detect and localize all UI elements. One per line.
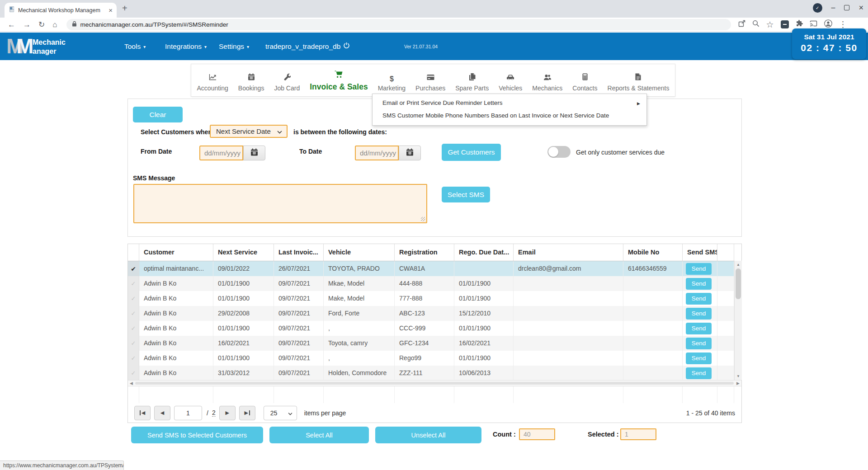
nav-item-mechanics[interactable]: Mechanics [530, 74, 565, 92]
nav-item-spare-parts[interactable]: Spare Parts [453, 73, 491, 92]
header-last-invoice[interactable]: Last Invoic... [274, 244, 324, 261]
send-sms-row-button[interactable]: Send [686, 367, 712, 379]
header-registration[interactable]: Registration [395, 244, 454, 261]
row-checkbox[interactable]: ✓ [128, 291, 139, 306]
last-page-button[interactable]: ▶ [239, 406, 255, 420]
power-icon[interactable] [343, 42, 350, 51]
header-mobile-no[interactable]: Mobile No [623, 244, 683, 261]
horizontal-scrollbar[interactable]: ◀ ▶ [128, 380, 741, 386]
send-sms-row-button[interactable]: Send [686, 323, 712, 334]
page-size-select[interactable]: 25 [264, 406, 297, 420]
table-row[interactable]: ✓ Adwin B Ko 16/02/2021 09/07/2021 Toyot… [128, 336, 734, 351]
nav-item-job-card[interactable]: Job Card [272, 73, 302, 92]
puzzle-extensions-icon[interactable] [796, 20, 803, 29]
scroll-right-icon[interactable]: ▶ [736, 381, 740, 386]
header-customer[interactable]: Customer [139, 244, 213, 261]
home-icon[interactable]: ⌂ [52, 21, 57, 28]
scroll-down-icon[interactable]: ▼ [735, 373, 742, 380]
cast-icon[interactable] [810, 20, 817, 28]
next-page-button[interactable]: ▶ [219, 406, 236, 420]
nav-item-bookings[interactable]: Bookings [236, 73, 267, 92]
send-sms-row-button[interactable]: Send [686, 293, 712, 305]
menu-integrations[interactable]: Integrations▾ [165, 33, 207, 60]
browser-tab[interactable]: Mechanical Workshop Managem × [5, 3, 117, 18]
selected-input[interactable] [620, 428, 656, 440]
row-checkbox[interactable]: ✓ [128, 276, 139, 291]
menu-settings[interactable]: Settings▾ [219, 33, 249, 60]
scrollbar-thumb[interactable] [135, 382, 734, 385]
select-all-button[interactable]: Select All [269, 427, 369, 443]
minimize-button[interactable]: – [831, 3, 835, 13]
from-date-input[interactable] [199, 146, 243, 160]
database-menu[interactable]: tradepro_v_tradepro_db [265, 33, 350, 60]
share-icon[interactable] [738, 20, 745, 29]
header-rego-due-date[interactable]: Rego. Due Dat... [454, 244, 514, 261]
nav-item-contacts[interactable]: Contacts [570, 73, 599, 92]
nav-item-invoice-sales[interactable]: Invoice & Sales [307, 70, 370, 92]
extension-icon[interactable]: ✓ [813, 3, 822, 13]
send-sms-row-button[interactable]: Send [686, 263, 712, 275]
row-checkbox[interactable]: ✔ [128, 261, 139, 276]
mechanic-manager-logo[interactable]: M M Mechanic anager [6, 34, 110, 59]
row-checkbox[interactable]: ✓ [128, 366, 139, 381]
resize-grip-icon[interactable] [421, 217, 425, 221]
maximize-button[interactable] [844, 5, 849, 10]
table-row[interactable]: ✔ optimal maintananc... 09/01/2022 26/07… [128, 261, 734, 276]
nav-item-vehicles[interactable]: Vehicles [496, 74, 524, 92]
forward-icon[interactable]: → [23, 21, 31, 28]
get-customers-button[interactable]: Get Customers [442, 144, 501, 161]
nav-item-reports-statements[interactable]: Reports & Statements [605, 73, 672, 92]
row-checkbox[interactable]: ✓ [128, 336, 139, 351]
tab-close-icon[interactable]: × [108, 6, 113, 14]
table-row[interactable]: ✓ Adwin B Ko 31/03/2012 09/07/2021 Holde… [128, 366, 734, 381]
row-checkbox[interactable]: ✓ [128, 306, 139, 321]
from-date-calendar-button[interactable] [243, 146, 265, 160]
send-sms-row-button[interactable]: Send [686, 352, 712, 364]
table-row[interactable]: ✓ Adwin B Ko 01/01/1900 09/07/2021 , CCC… [128, 321, 734, 336]
previous-page-button[interactable]: ◀ [154, 406, 170, 420]
vertical-scrollbar[interactable]: ▲ ▼ [734, 261, 742, 380]
to-date-calendar-button[interactable] [399, 146, 421, 160]
scrollbar-thumb[interactable] [736, 268, 741, 299]
to-date-input[interactable] [355, 146, 399, 160]
close-window-button[interactable]: × [859, 3, 863, 13]
zoom-icon[interactable] [752, 20, 760, 29]
address-bar[interactable]: mechanicmanager.com.au/TPSystem/#/SMSRem… [66, 19, 731, 30]
scroll-left-icon[interactable]: ◀ [130, 381, 133, 386]
row-checkbox[interactable]: ✓ [128, 321, 139, 336]
send-sms-to-selected-button[interactable]: Send SMS to Selected Customers [131, 427, 263, 443]
back-icon[interactable]: ← [8, 21, 15, 28]
row-checkbox[interactable]: ✓ [128, 351, 139, 366]
nav-item-purchases[interactable]: Purchases [413, 74, 448, 92]
table-row[interactable]: ✓ Adwin B Ko 01/01/1900 09/07/2021 Make,… [128, 291, 734, 306]
nav-item-marketing[interactable]: $ Marketing [376, 76, 408, 92]
send-sms-row-button[interactable]: Send [686, 338, 712, 349]
criteria-field-select[interactable]: Next Service Date [210, 125, 288, 138]
select-sms-button[interactable]: Select SMS [442, 187, 490, 202]
table-row[interactable]: ✓ Adwin B Ko 29/02/2008 09/07/2021 Ford,… [128, 306, 734, 321]
nav-item-accounting[interactable]: Accounting [195, 74, 231, 92]
table-row[interactable]: ✓ Adwin B Ko 01/01/1900 09/07/2021 , Reg… [128, 351, 734, 366]
scroll-up-icon[interactable]: ▲ [735, 261, 742, 268]
reload-icon[interactable]: ↻ [38, 21, 45, 28]
first-page-button[interactable]: ◀ [134, 406, 151, 420]
unselect-all-button[interactable]: Unselect All [375, 427, 481, 443]
header-next-service[interactable]: Next Service [213, 244, 274, 261]
browser-menu-icon[interactable]: ⋮ [839, 20, 847, 28]
menu-item-service-due-reminder-letters[interactable]: Email or Print Service Due Reminder Lett… [373, 97, 646, 109]
bookmark-star-icon[interactable]: ☆ [766, 20, 774, 29]
table-row[interactable]: ✓ Adwin B Ko 01/01/1900 09/07/2021 Mkae,… [128, 276, 734, 291]
profile-avatar-icon[interactable] [824, 19, 832, 29]
page-number-input[interactable] [174, 406, 202, 420]
services-due-toggle[interactable] [547, 146, 571, 158]
header-send-sms[interactable]: Send SMS ... [683, 244, 717, 261]
menu-tools[interactable]: Tools▾ [124, 33, 146, 60]
clear-button[interactable]: Clear [133, 107, 183, 122]
extension-badge-icon[interactable] [781, 20, 789, 28]
header-email[interactable]: Email [514, 244, 623, 261]
menu-item-sms-customer-mobile[interactable]: SMS Customer Mobile Phone Numbers Based … [373, 109, 646, 122]
send-sms-row-button[interactable]: Send [686, 308, 712, 320]
sms-message-textarea[interactable] [133, 184, 427, 223]
send-sms-row-button[interactable]: Send [686, 278, 712, 290]
count-input[interactable] [519, 428, 555, 440]
